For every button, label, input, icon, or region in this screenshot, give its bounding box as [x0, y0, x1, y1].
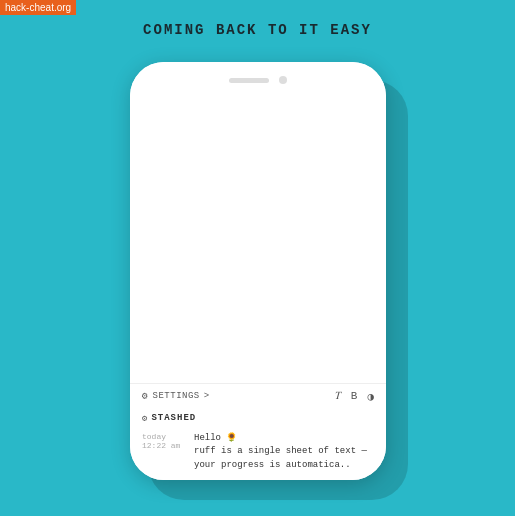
phone-screen: ⚙ SETTINGS > 𝑇 B ◑ ⚙ STASHED today 12:22…	[130, 98, 386, 480]
settings-arrow: >	[204, 391, 210, 401]
settings-control[interactable]: ⚙ SETTINGS >	[142, 390, 210, 402]
format-controls: 𝑇 B ◑	[335, 390, 374, 403]
entry-content: Hello 🌻 ruff is a single sheet of text —…	[194, 432, 374, 473]
watermark: hack-cheat.org	[0, 0, 76, 15]
theme-icon[interactable]: ◑	[367, 390, 374, 403]
stashed-section: ⚙ STASHED	[130, 409, 386, 428]
screen-content-area	[130, 98, 386, 383]
font-icon[interactable]: 𝑇	[335, 390, 341, 402]
settings-label: SETTINGS	[153, 391, 200, 401]
entry-time: 12:22 am	[142, 441, 184, 450]
toolbar: ⚙ SETTINGS > 𝑇 B ◑	[130, 383, 386, 409]
stashed-gear-icon: ⚙	[142, 413, 147, 424]
entry-greeting: Hello 🌻	[194, 432, 374, 446]
entry-meta: today 12:22 am	[142, 432, 184, 473]
phone-camera	[279, 76, 287, 84]
content-entry: today 12:22 am Hello 🌻 ruff is a single …	[130, 428, 386, 481]
stashed-label: STASHED	[151, 413, 196, 423]
phone-speaker	[229, 78, 269, 83]
bold-icon[interactable]: B	[351, 390, 358, 402]
gear-icon: ⚙	[142, 390, 149, 402]
phone-device: ⚙ SETTINGS > 𝑇 B ◑ ⚙ STASHED today 12:22…	[130, 62, 386, 480]
entry-date: today	[142, 432, 184, 441]
phone-top-bar	[130, 62, 386, 98]
entry-body: ruff is a single sheet of text — your pr…	[194, 445, 374, 472]
page-title: COMING BACK TO IT EASY	[0, 22, 515, 38]
